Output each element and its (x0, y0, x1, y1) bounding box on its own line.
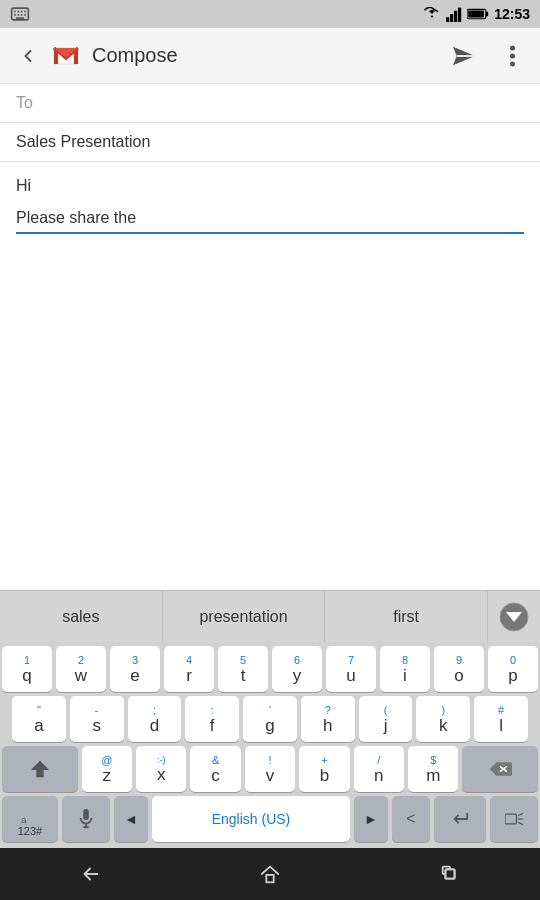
send-button[interactable] (444, 36, 484, 76)
key-h[interactable]: ?h (301, 696, 355, 742)
key-f[interactable]: :f (185, 696, 239, 742)
keyboard: 1q 2w 3e 4r 5t 6y 7u 8i 9o 0p "a -s ;d :… (0, 642, 540, 848)
to-input[interactable] (54, 94, 524, 112)
body-line1: Hi (16, 174, 524, 198)
key-y[interactable]: 6y (272, 646, 322, 692)
body-area[interactable]: Hi Please share the (0, 162, 540, 590)
nav-recents-button[interactable] (420, 854, 480, 894)
svg-rect-3 (21, 11, 23, 13)
svg-rect-15 (468, 10, 484, 17)
svg-rect-27 (83, 809, 88, 820)
key-k[interactable]: )k (416, 696, 470, 742)
svg-text:a: a (21, 813, 27, 824)
status-bar: 12:53 (0, 0, 540, 28)
subject-row: Sales Presentation (0, 123, 540, 162)
back-button[interactable] (8, 36, 48, 76)
svg-rect-12 (454, 11, 457, 22)
svg-rect-4 (24, 11, 26, 13)
svg-rect-13 (458, 8, 461, 22)
mic-key[interactable] (62, 796, 110, 842)
key-w[interactable]: 2w (56, 646, 106, 692)
key-d[interactable]: ;d (128, 696, 182, 742)
key-t[interactable]: 5t (218, 646, 268, 692)
svg-rect-9 (16, 17, 24, 19)
svg-rect-11 (450, 14, 453, 22)
left-arrow-key[interactable]: ◄ (114, 796, 148, 842)
svg-rect-16 (486, 12, 488, 17)
svg-line-33 (518, 822, 523, 824)
svg-point-20 (510, 53, 515, 58)
key-l[interactable]: #l (474, 696, 528, 742)
autocomplete-first[interactable]: first (325, 591, 488, 642)
app-bar: Compose (0, 28, 540, 84)
svg-rect-2 (18, 11, 20, 13)
svg-point-19 (510, 45, 515, 50)
enter-key[interactable] (434, 796, 486, 842)
bottom-nav (0, 848, 540, 900)
less-than-key[interactable]: < (392, 796, 430, 842)
autocomplete-sales[interactable]: sales (0, 591, 163, 642)
body-line3: Please share the (16, 206, 524, 234)
svg-rect-8 (24, 14, 26, 16)
status-time: 12:53 (494, 6, 530, 22)
key-b[interactable]: +b (299, 746, 349, 792)
wifi-icon (423, 7, 441, 21)
key-n[interactable]: /n (354, 746, 404, 792)
backspace-key[interactable] (462, 746, 538, 792)
app-bar-actions (444, 36, 532, 76)
nav-home-button[interactable] (240, 854, 300, 894)
svg-point-21 (510, 61, 515, 66)
nav-back-button[interactable] (60, 854, 120, 894)
svg-rect-10 (446, 17, 449, 22)
key-x[interactable]: :-)x (136, 746, 186, 792)
key-o[interactable]: 9o (434, 646, 484, 692)
svg-rect-34 (266, 875, 273, 882)
key-p[interactable]: 0p (488, 646, 538, 692)
number-mode-key[interactable]: a 123# (2, 796, 58, 842)
key-r[interactable]: 4r (164, 646, 214, 692)
keyboard-row-1: 1q 2w 3e 4r 5t 6y 7u 8i 9o 0p (2, 646, 538, 692)
more-options-button[interactable] (492, 36, 532, 76)
svg-rect-7 (21, 14, 23, 16)
key-j[interactable]: (j (359, 696, 413, 742)
svg-rect-1 (14, 11, 16, 13)
gmail-logo (48, 38, 84, 74)
key-q[interactable]: 1q (2, 646, 52, 692)
svg-line-31 (518, 813, 523, 815)
keyboard-row-2: "a -s ;d :f 'g ?h (j )k #l (2, 696, 538, 742)
compose-area: To Sales Presentation Hi Please share th… (0, 84, 540, 590)
svg-rect-36 (445, 869, 454, 878)
emoji-key[interactable] (490, 796, 538, 842)
autocomplete-bar: sales presentation first (0, 590, 540, 642)
key-z[interactable]: @z (82, 746, 132, 792)
key-c[interactable]: &c (190, 746, 240, 792)
subject-text: Sales Presentation (16, 133, 150, 150)
space-key[interactable]: English (US) (152, 796, 350, 842)
keyboard-row-4: a 123# ◄ English (US) ► < (2, 796, 538, 842)
svg-rect-30 (505, 814, 516, 824)
key-v[interactable]: !v (245, 746, 295, 792)
signal-icon (446, 6, 462, 22)
key-s[interactable]: -s (70, 696, 124, 742)
key-g[interactable]: 'g (243, 696, 297, 742)
key-m[interactable]: $m (408, 746, 458, 792)
to-field-row: To (0, 84, 540, 123)
keyboard-row-3: @z :-)x &c !v +b /n $m (2, 746, 538, 792)
right-arrow-key[interactable]: ► (354, 796, 388, 842)
status-icons: 12:53 (423, 6, 530, 22)
autocomplete-collapse-button[interactable] (488, 591, 540, 642)
battery-icon (467, 7, 489, 21)
autocomplete-presentation[interactable]: presentation (163, 591, 326, 642)
key-e[interactable]: 3e (110, 646, 160, 692)
key-u[interactable]: 7u (326, 646, 376, 692)
svg-rect-6 (18, 14, 20, 16)
shift-key[interactable] (2, 746, 78, 792)
app-bar-title: Compose (92, 44, 444, 67)
to-label: To (16, 94, 46, 112)
key-a[interactable]: "a (12, 696, 66, 742)
key-i[interactable]: 8i (380, 646, 430, 692)
keyboard-icon (10, 4, 30, 24)
svg-rect-5 (14, 14, 16, 16)
